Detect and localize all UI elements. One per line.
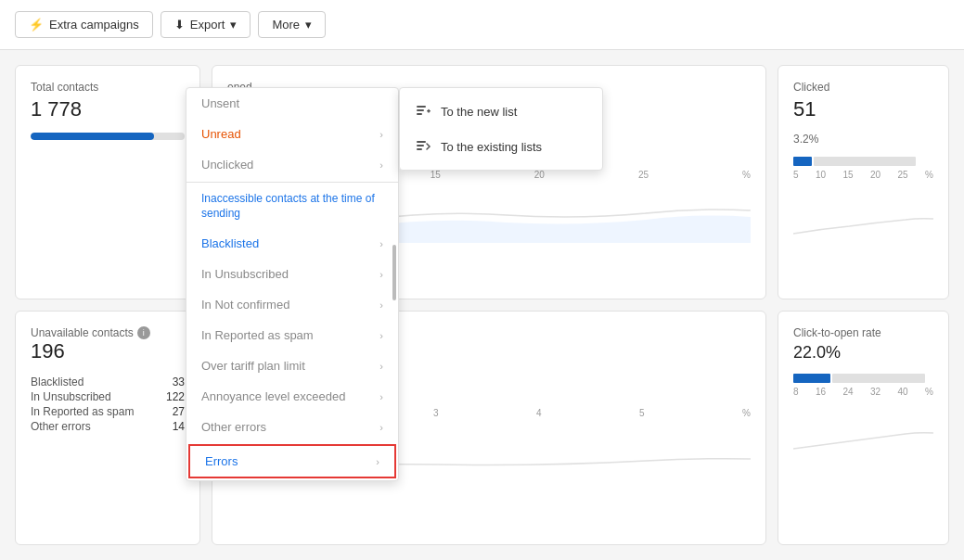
menu-divider-1 [186,182,398,183]
toolbar: ⚡ Extra campaigns ⬇ Export ▾ More ▾ [0,0,964,50]
chevron-right-icon: › [379,159,383,171]
menu-item-in-not-confirmed[interactable]: In Not confirmed › [186,289,398,320]
chevron-right-icon: › [379,330,383,341]
chevron-right-icon: › [379,238,383,249]
menu-item-over-tariff[interactable]: Over tariff plan limit › [186,350,398,381]
menu-item-inaccessible: Inaccessible contacts at the time of sen… [186,185,398,228]
lightning-icon: ⚡ [29,18,44,32]
svg-rect-1 [417,109,424,111]
more-label: More [272,18,300,32]
list-new-icon [415,103,431,120]
chevron-down-icon: ▾ [230,18,237,32]
menu-item-annoyance[interactable]: Annoyance level exceeded › [186,381,398,412]
chevron-right-icon: › [379,422,383,433]
menu-item-in-reported-as-spam[interactable]: In Reported as spam › [186,320,398,350]
to-new-list-label: To the new list [441,105,517,119]
menu-item-in-unsubscribed[interactable]: In Unsubscribed › [186,259,398,289]
svg-rect-5 [417,141,426,143]
sub-menu-item-to-new-list[interactable]: To the new list [400,94,602,129]
svg-rect-6 [417,145,424,146]
chevron-right-icon: › [376,456,379,467]
svg-rect-7 [417,148,422,150]
svg-rect-4 [428,109,430,113]
menu-item-unclicked[interactable]: Unclicked › [186,149,398,180]
svg-rect-2 [417,113,422,115]
to-existing-list-label: To the existing lists [441,140,542,154]
chevron-right-icon: › [379,129,383,140]
extra-campaigns-label: Extra campaigns [49,18,139,32]
chevron-right-icon: › [379,299,383,311]
sub-menu-item-to-existing-list[interactable]: To the existing lists [400,129,602,164]
menu-scrollbar[interactable] [392,245,396,300]
more-button[interactable]: More ▾ [258,11,326,38]
export-sub-menu: To the new list To the existing lists [399,87,603,171]
export-label: Export [190,18,225,32]
chevron-down-icon: ▾ [305,18,312,32]
chevron-right-icon: › [379,361,383,372]
list-existing-icon [415,138,431,155]
main-content: Total contacts 1 778 Unavailable contact… [0,50,964,560]
download-icon: ⬇ [174,18,185,32]
dropdown-overlay: Unsent Unread › Unclicked › Inaccessible… [0,50,964,560]
export-button[interactable]: ⬇ Export ▾ [161,11,251,38]
menu-item-errors[interactable]: Errors › [188,444,396,478]
menu-item-unsent[interactable]: Unsent [186,88,398,119]
menu-item-blacklisted[interactable]: Blacklisted › [186,228,398,259]
svg-rect-0 [417,106,426,108]
menu-item-unread[interactable]: Unread › [186,119,398,149]
chevron-right-icon: › [379,269,383,280]
menu-item-other-errors[interactable]: Other errors › [186,412,398,442]
extra-campaigns-button[interactable]: ⚡ Extra campaigns [15,11,153,38]
chevron-right-icon: › [379,391,383,402]
export-dropdown-menu: Unsent Unread › Unclicked › Inaccessible… [186,87,399,481]
